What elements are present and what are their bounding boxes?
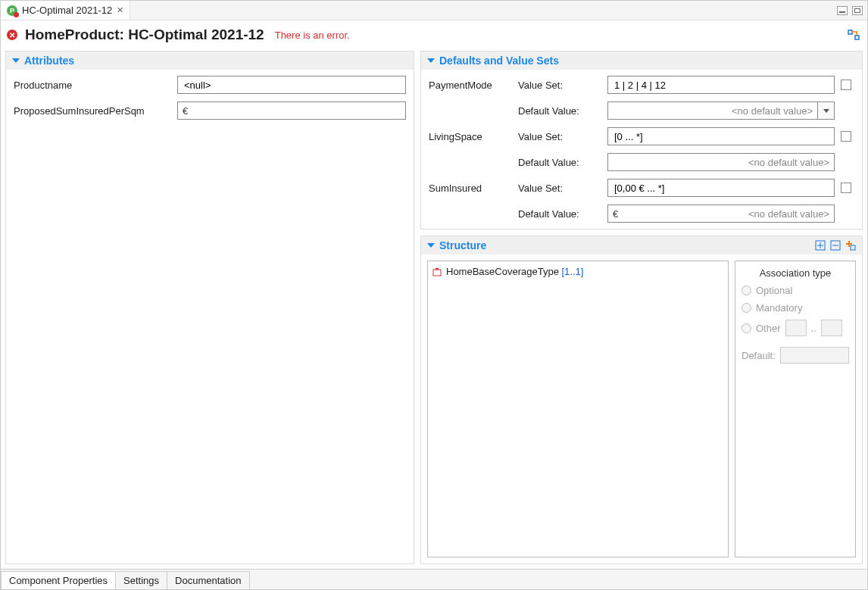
suminsured-default-field[interactable]: € <no default value> xyxy=(607,204,835,223)
error-icon: ✕ xyxy=(7,30,17,40)
default-input xyxy=(780,347,849,364)
productname-input[interactable] xyxy=(183,79,401,92)
association-panel: Association type Optional Mandatory Othe… xyxy=(735,261,856,557)
radio-icon xyxy=(742,323,751,333)
title-row: ✕ HomeProduct: HC-Optimal 2021-12 There … xyxy=(1,20,867,51)
default-row: Default: xyxy=(742,347,849,364)
paymentmode-valueset-field[interactable] xyxy=(607,76,835,94)
paymentmode-valueset-button[interactable] xyxy=(841,80,851,90)
paymentmode-valueset-input[interactable] xyxy=(613,79,829,92)
attributes-section: Attributes Productname ProposedSumInsure… xyxy=(5,51,414,564)
livingspace-valueset-input[interactable] xyxy=(613,130,829,143)
valueset-label: Value Set: xyxy=(518,80,601,91)
defaultvalue-label: Default Value: xyxy=(518,157,601,168)
association-title: Association type xyxy=(742,267,849,279)
window-controls xyxy=(837,1,867,20)
tab-documentation[interactable]: Documentation xyxy=(167,571,249,589)
proposedsum-field[interactable]: € xyxy=(177,101,406,120)
euro-icon: € xyxy=(183,105,188,117)
attributes-header[interactable]: Attributes xyxy=(6,52,414,70)
collapse-icon[interactable] xyxy=(830,240,841,251)
maximize-icon[interactable] xyxy=(852,6,863,15)
svg-rect-9 xyxy=(851,245,855,250)
bottom-tabs: Component Properties Settings Documentat… xyxy=(1,569,867,589)
valueset-label: Value Set: xyxy=(518,183,601,194)
svg-rect-10 xyxy=(433,270,441,276)
productname-field[interactable] xyxy=(177,76,406,94)
left-column: Attributes Productname ProposedSumInsure… xyxy=(5,51,414,564)
attributes-title: Attributes xyxy=(24,55,74,67)
minimize-icon[interactable] xyxy=(837,6,848,15)
editor-window: P HC-Optimal 2021-12 ✕ ✕ HomeProduct: HC… xyxy=(0,0,868,590)
tab-component-properties[interactable]: Component Properties xyxy=(1,571,116,589)
chevron-down-icon xyxy=(427,58,435,63)
structure-body: HomeBaseCoverageType [1..1] Association … xyxy=(421,254,862,563)
attributes-body: Productname ProposedSumInsuredPerSqm € xyxy=(6,70,414,563)
livingspace-default-value: <no default value> xyxy=(613,157,829,168)
editor-tabbar: P HC-Optimal 2021-12 ✕ xyxy=(1,1,867,20)
proposedsum-input[interactable] xyxy=(189,105,401,117)
expand-icon[interactable] xyxy=(815,240,826,251)
structure-tree[interactable]: HomeBaseCoverageType [1..1] xyxy=(427,261,729,557)
livingspace-valueset-field[interactable] xyxy=(607,127,835,145)
productname-label: Productname xyxy=(14,80,173,91)
livingspace-valueset-button[interactable] xyxy=(841,131,851,142)
suminsured-valueset-field[interactable] xyxy=(607,179,835,197)
chevron-down-icon xyxy=(12,58,20,63)
coverage-icon xyxy=(432,267,442,276)
defaultvalue-label: Default Value: xyxy=(518,208,601,220)
dropdown-button[interactable] xyxy=(818,101,835,120)
defaults-section: Defaults and Value Sets PaymentMode Valu… xyxy=(420,51,863,229)
paymentmode-default-value: <no default value> xyxy=(613,105,813,117)
structure-title: Structure xyxy=(439,239,486,251)
add-icon[interactable] xyxy=(845,240,856,251)
radio-icon xyxy=(742,303,751,313)
tree-item[interactable]: HomeBaseCoverageType [1..1] xyxy=(432,266,723,277)
defaults-title: Defaults and Value Sets xyxy=(439,55,559,67)
editor-tab[interactable]: P HC-Optimal 2021-12 ✕ xyxy=(1,1,130,20)
svg-rect-11 xyxy=(436,268,439,270)
other-max-input xyxy=(821,320,842,336)
page-title: HomeProduct: HC-Optimal 2021-12 xyxy=(25,27,264,43)
tab-settings[interactable]: Settings xyxy=(115,571,167,589)
livingspace-default-field[interactable]: <no default value> xyxy=(607,153,835,171)
paymentmode-default-field[interactable]: <no default value> xyxy=(607,101,835,120)
suminsured-default-value: <no default value> xyxy=(620,208,829,220)
radio-other: Other .. xyxy=(742,320,849,336)
error-message: There is an error. xyxy=(275,30,350,41)
product-icon: P xyxy=(7,5,17,16)
chevron-down-icon xyxy=(427,243,435,248)
radio-optional: Optional xyxy=(742,285,849,296)
svg-rect-1 xyxy=(855,36,859,39)
livingspace-label: LivingSpace xyxy=(429,131,512,142)
structure-section: Structure HomeBaseC xyxy=(420,236,863,564)
defaults-body: PaymentMode Value Set: Default Value: <n… xyxy=(421,70,862,229)
tab-title: HC-Optimal 2021-12 xyxy=(22,5,112,16)
suminsured-valueset-button[interactable] xyxy=(841,183,851,193)
range-dots: .. xyxy=(811,323,816,334)
svg-rect-0 xyxy=(848,30,852,34)
defaults-header[interactable]: Defaults and Value Sets xyxy=(421,52,862,70)
defaultvalue-label: Default Value: xyxy=(518,105,601,117)
right-column: Defaults and Value Sets PaymentMode Valu… xyxy=(420,51,863,564)
tree-item-label: HomeBaseCoverageType [1..1] xyxy=(446,266,583,277)
radio-icon xyxy=(742,286,751,295)
proposedsum-label: ProposedSumInsuredPerSqm xyxy=(14,105,173,117)
content-area: Attributes Productname ProposedSumInsure… xyxy=(1,51,867,569)
radio-mandatory: Mandatory xyxy=(742,302,849,314)
valueset-label: Value Set: xyxy=(518,131,601,142)
title-toolbar xyxy=(848,29,860,41)
other-min-input xyxy=(785,320,807,336)
close-icon[interactable]: ✕ xyxy=(117,5,123,15)
paymentmode-label: PaymentMode xyxy=(429,80,512,91)
suminsured-valueset-input[interactable] xyxy=(613,182,829,195)
structure-header[interactable]: Structure xyxy=(421,236,862,254)
cardinality: [1..1] xyxy=(561,266,583,277)
chevron-down-icon xyxy=(823,109,829,113)
link-icon[interactable] xyxy=(848,29,860,41)
euro-icon: € xyxy=(613,208,618,220)
suminsured-label: SumInsured xyxy=(429,183,512,194)
